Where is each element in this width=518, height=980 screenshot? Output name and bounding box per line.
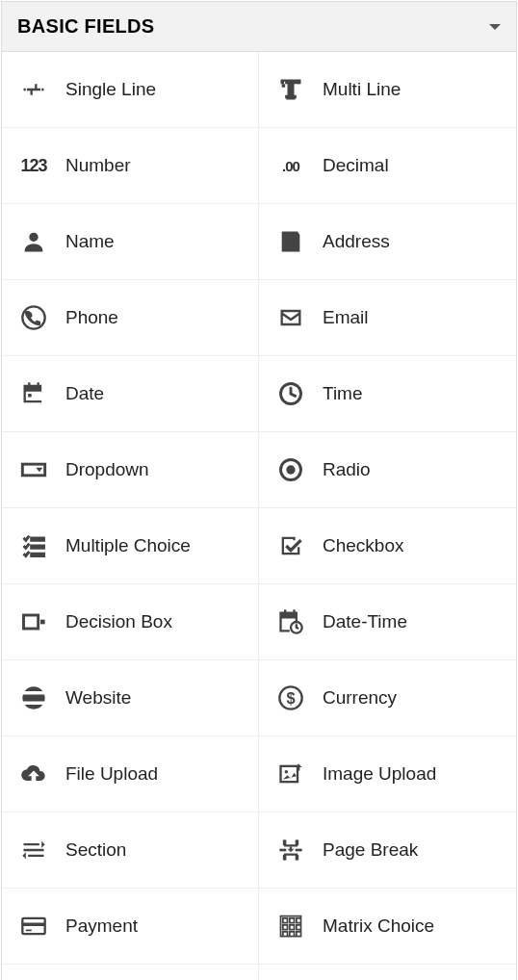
section-icon	[19, 836, 48, 864]
field-label: Address	[323, 231, 390, 252]
radio-icon	[276, 455, 305, 484]
fields-grid: Single Line Multi Line 123 Number .00 De…	[2, 52, 516, 980]
field-label: Multi Line	[323, 79, 401, 100]
field-time[interactable]: Time	[259, 356, 516, 432]
calendar-icon	[19, 379, 48, 408]
field-label: Single Line	[65, 79, 156, 100]
field-label: Decision Box	[65, 611, 172, 632]
field-label: Number	[65, 155, 131, 176]
field-decision-box[interactable]: Decision Box	[2, 584, 259, 660]
decimal-icon: .00	[276, 151, 305, 180]
field-label: Website	[65, 687, 131, 709]
field-decimal[interactable]: .00 Decimal	[259, 128, 516, 204]
grid-icon	[276, 912, 305, 941]
field-label: Email	[323, 307, 369, 328]
chevron-down-icon	[489, 24, 501, 30]
panel-title: BASIC FIELDS	[17, 15, 155, 38]
svg-point-0	[22, 306, 44, 328]
email-icon	[276, 303, 305, 332]
field-label: Page Break	[323, 839, 418, 861]
checklist-icon	[19, 531, 48, 560]
decision-box-icon	[19, 607, 48, 636]
cloud-upload-icon	[19, 760, 48, 788]
checkbox-icon	[276, 531, 305, 560]
field-label: Matrix Choice	[323, 916, 434, 937]
phone-icon	[19, 303, 48, 332]
field-phone[interactable]: Phone	[2, 280, 259, 356]
field-single-line[interactable]: Single Line	[2, 52, 259, 128]
svg-rect-13	[22, 923, 44, 927]
credit-card-icon	[19, 912, 48, 941]
field-label: Time	[323, 383, 363, 404]
field-label: File Upload	[65, 763, 158, 785]
field-matrix-choice[interactable]: Matrix Choice	[259, 889, 516, 965]
field-website[interactable]: Website	[2, 660, 259, 736]
field-label: Multiple Choice	[65, 535, 191, 556]
address-icon	[276, 227, 305, 256]
globe-icon	[19, 683, 48, 712]
dropdown-icon	[19, 455, 48, 484]
field-radio[interactable]: Radio	[259, 432, 516, 508]
page-break-icon	[276, 836, 305, 864]
field-payment[interactable]: Payment	[2, 889, 259, 965]
field-label: Date	[65, 383, 104, 404]
field-label: Name	[65, 231, 115, 252]
number-icon: 123	[19, 151, 48, 180]
field-label: Checkbox	[323, 535, 404, 556]
currency-icon: $	[276, 683, 305, 712]
field-page-break[interactable]: Page Break	[259, 812, 516, 889]
field-zoho-crm[interactable]: Zoho CRM	[2, 965, 259, 980]
svg-point-4	[286, 465, 295, 474]
basic-fields-panel: BASIC FIELDS Single Line Multi Line 123 …	[1, 1, 517, 980]
field-multiple-choice[interactable]: Multiple Choice	[2, 508, 259, 584]
field-label: Image Upload	[323, 763, 436, 785]
svg-rect-6	[40, 620, 45, 625]
multi-line-icon	[276, 75, 305, 104]
field-email[interactable]: Email	[259, 280, 516, 356]
field-multi-line[interactable]: Multi Line	[259, 52, 516, 128]
svg-text:$: $	[286, 689, 295, 707]
svg-point-11	[285, 770, 289, 774]
field-label: Payment	[65, 916, 138, 937]
field-label: Phone	[65, 307, 118, 328]
field-label: Decimal	[323, 155, 389, 176]
field-address[interactable]: Address	[259, 204, 516, 280]
field-image-upload[interactable]: Image Upload	[259, 736, 516, 812]
field-date[interactable]: Date	[2, 356, 259, 432]
panel-header[interactable]: BASIC FIELDS	[2, 2, 516, 52]
field-file-upload[interactable]: File Upload	[2, 736, 259, 812]
field-label: Currency	[323, 687, 397, 709]
field-checkbox[interactable]: Checkbox	[259, 508, 516, 584]
svg-rect-5	[24, 615, 39, 629]
svg-rect-14	[26, 930, 32, 932]
empty-cell	[259, 965, 516, 980]
field-section[interactable]: Section	[2, 812, 259, 889]
person-icon	[19, 227, 48, 256]
field-label: Section	[65, 839, 126, 861]
field-dropdown[interactable]: Dropdown	[2, 432, 259, 508]
single-line-icon	[19, 75, 48, 104]
field-currency[interactable]: $ Currency	[259, 660, 516, 736]
image-upload-icon	[276, 760, 305, 788]
field-number[interactable]: 123 Number	[2, 128, 259, 204]
field-label: Date-Time	[323, 611, 407, 632]
field-label: Radio	[323, 459, 371, 480]
clock-icon	[276, 379, 305, 408]
svg-rect-2	[22, 464, 44, 476]
date-time-icon	[276, 607, 305, 636]
field-name[interactable]: Name	[2, 204, 259, 280]
field-date-time[interactable]: Date-Time	[259, 584, 516, 660]
field-label: Dropdown	[65, 459, 149, 480]
